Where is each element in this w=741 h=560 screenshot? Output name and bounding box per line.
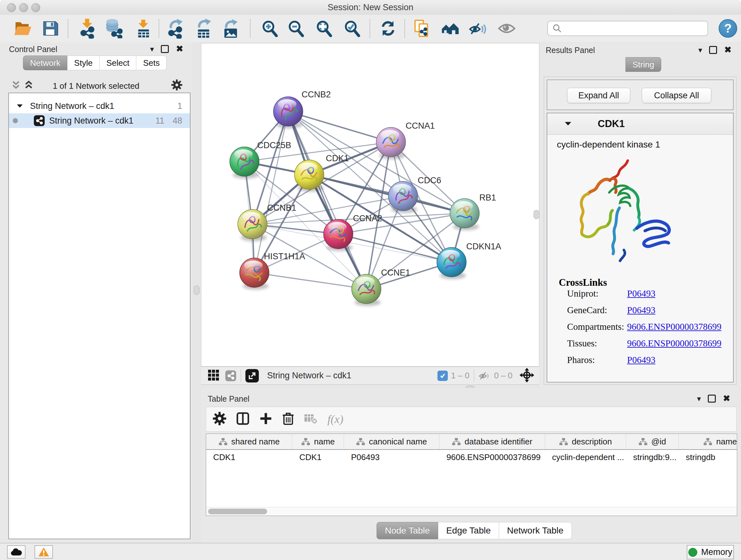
- zoom-out-button[interactable]: [286, 18, 306, 38]
- results-entry-header[interactable]: CDK1: [547, 113, 733, 135]
- network-graph[interactable]: CCNB2CCNA1CDC25BCDK1CDC6RB1CCNB1CCNA2CDK…: [201, 44, 539, 366]
- column-header-name[interactable]: name: [292, 434, 344, 449]
- table-horizontal-scrollbar[interactable]: [206, 507, 737, 516]
- network-node-rb1[interactable]: [450, 199, 479, 230]
- results-panel-menu-button[interactable]: ▾: [698, 46, 702, 54]
- open-file-button[interactable]: [13, 18, 33, 38]
- tab-style[interactable]: Style: [67, 56, 99, 70]
- show-all-panels-button[interactable]: [441, 18, 460, 38]
- warnings-button[interactable]: [35, 545, 53, 559]
- table-cell[interactable]: cyclin-dependent ...: [545, 450, 626, 464]
- tab-network-table[interactable]: Network Table: [499, 522, 572, 539]
- collapse-all-button[interactable]: Collapse All: [642, 88, 711, 103]
- tab-select[interactable]: Select: [99, 56, 136, 70]
- control-panel-float-button[interactable]: [161, 45, 169, 53]
- results-panel-float-button[interactable]: [709, 46, 717, 54]
- crosslink-link[interactable]: P06493: [627, 288, 656, 299]
- table-panel-menu-button[interactable]: ▾: [697, 395, 701, 402]
- network-node-cdk1[interactable]: [294, 160, 324, 192]
- network-node-ccna2[interactable]: [324, 219, 353, 251]
- tab-edge-table[interactable]: Edge Table: [438, 522, 499, 539]
- node-label-hist1h1a: HIST1H1A: [264, 252, 305, 261]
- help-button[interactable]: ?: [719, 19, 737, 38]
- crosslink-link[interactable]: 9606.ENSP00000378699: [627, 321, 722, 332]
- network-node-cdkn1a[interactable]: [437, 247, 466, 279]
- tab-string[interactable]: String: [625, 57, 661, 72]
- network-edge[interactable]: [254, 273, 366, 289]
- network-node-ccnb1[interactable]: [238, 209, 267, 241]
- network-node-ccnb2[interactable]: [273, 97, 303, 128]
- save-session-button[interactable]: [41, 18, 60, 38]
- results-panel-close-button[interactable]: ✖: [724, 46, 731, 54]
- clone-network-button[interactable]: [412, 18, 431, 38]
- memory-button[interactable]: Memory: [687, 545, 734, 559]
- table-panel-close-button[interactable]: ✖: [723, 394, 730, 403]
- zoom-in-button[interactable]: [260, 18, 280, 38]
- column-header-database-identifier[interactable]: database identifier: [440, 434, 545, 449]
- network-list-options-button[interactable]: [171, 79, 183, 92]
- column-header-description[interactable]: description: [545, 434, 626, 449]
- crosslink-link[interactable]: P06493: [627, 355, 656, 365]
- search-field[interactable]: [547, 21, 708, 36]
- show-panels-button[interactable]: [497, 18, 517, 38]
- hidden-elements-icon[interactable]: [479, 370, 491, 381]
- table-cell[interactable]: CDK1: [206, 450, 292, 464]
- table-cell[interactable]: CDK1: [292, 450, 344, 464]
- caret-down-icon: [17, 104, 23, 108]
- tab-node-table[interactable]: Node Table: [377, 522, 438, 539]
- import-network-database-button[interactable]: [104, 18, 124, 38]
- create-column-button[interactable]: [259, 412, 273, 427]
- scrollbar-thumb[interactable]: [208, 509, 267, 514]
- apply-layout-button[interactable]: [378, 18, 398, 38]
- control-panel-menu-button[interactable]: ▾: [150, 45, 154, 53]
- table-cell[interactable]: stringdb: [679, 450, 737, 464]
- column-header-shared-name[interactable]: shared name: [206, 434, 292, 449]
- search-input[interactable]: [565, 22, 708, 35]
- network-node-cdc25b[interactable]: [230, 147, 259, 179]
- network-collection-row[interactable]: String Network – cdk1 1: [9, 99, 190, 113]
- expand-all-button[interactable]: Expand All: [567, 88, 630, 103]
- control-panel-close-button[interactable]: ✖: [176, 45, 183, 53]
- import-network-file-button[interactable]: [77, 18, 97, 38]
- network-canvas[interactable]: CCNB2CCNA1CDC25BCDK1CDC6RB1CCNB1CCNA2CDK…: [201, 43, 539, 367]
- export-image-button[interactable]: [220, 18, 240, 38]
- network-edge[interactable]: [288, 111, 391, 142]
- export-table-button[interactable]: [193, 18, 213, 38]
- column-header--id[interactable]: @id: [626, 434, 679, 449]
- hide-panels-button[interactable]: [468, 18, 488, 38]
- table-options-button[interactable]: [212, 412, 226, 427]
- network-edge[interactable]: [288, 111, 366, 289]
- show-columns-button[interactable]: [236, 412, 250, 427]
- import-table-file-button[interactable]: [133, 18, 153, 38]
- fit-content-button[interactable]: [520, 368, 534, 384]
- table-panel-float-button[interactable]: [708, 395, 716, 402]
- node-table[interactable]: shared namenamecanonical namedatabase id…: [206, 434, 737, 516]
- delete-column-button[interactable]: [282, 412, 294, 427]
- zoom-fit-button[interactable]: [314, 18, 334, 38]
- column-header-namespace[interactable]: namespace: [679, 434, 737, 449]
- right-splitter-handle[interactable]: [534, 210, 539, 219]
- crosslink-link[interactable]: 9606.ENSP00000378699: [627, 338, 722, 349]
- network-node-hist1h1a[interactable]: [240, 258, 269, 290]
- string-view-button[interactable]: [225, 370, 236, 381]
- network-edge[interactable]: [309, 175, 465, 213]
- table-cell[interactable]: P06493: [344, 450, 440, 464]
- export-network-button[interactable]: [165, 18, 185, 38]
- open-in-window-button[interactable]: [246, 369, 259, 382]
- selected-nodes-checkbox[interactable]: [437, 371, 448, 381]
- birdseye-view-button[interactable]: [208, 370, 219, 382]
- tab-network[interactable]: Network: [23, 56, 67, 70]
- cloud-status-button[interactable]: [7, 545, 25, 559]
- network-row-selected[interactable]: String Network – cdk1 11 48: [9, 113, 190, 128]
- tab-sets[interactable]: Sets: [136, 56, 166, 70]
- left-splitter-handle[interactable]: [194, 286, 199, 295]
- network-node-cdc6[interactable]: [388, 181, 418, 213]
- crosslink-link[interactable]: P06493: [627, 305, 656, 315]
- table-cell[interactable]: 9606.ENSP00000378699: [440, 450, 545, 464]
- zoom-selected-button[interactable]: [342, 18, 362, 38]
- table-cell[interactable]: stringdb:9...: [626, 450, 679, 464]
- network-node-ccne1[interactable]: [352, 274, 381, 306]
- table-data-row[interactable]: CDK1CDK1P064939606.ENSP00000378699cyclin…: [206, 450, 737, 464]
- network-node-ccna1[interactable]: [376, 127, 406, 159]
- column-header-canonical-name[interactable]: canonical name: [344, 434, 440, 449]
